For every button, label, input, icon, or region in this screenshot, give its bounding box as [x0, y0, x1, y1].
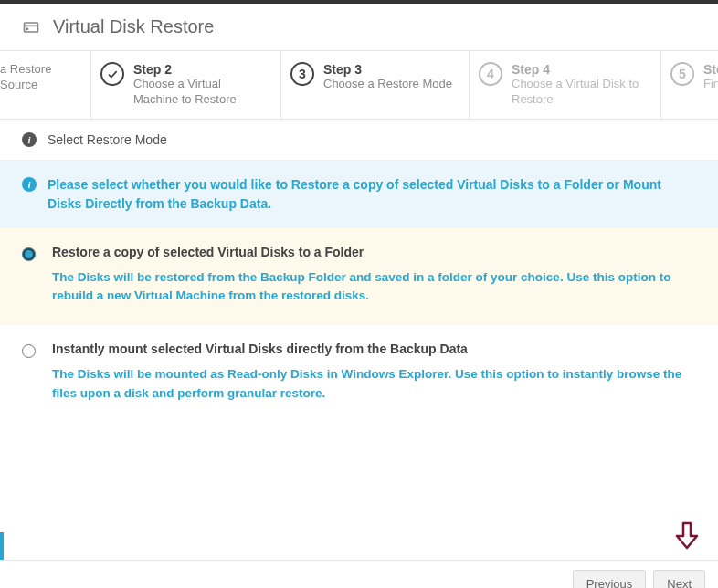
- arrow-down-icon: [674, 521, 700, 551]
- step-5-sub: Fini: [703, 77, 705, 92]
- info-notice: i Please select whether you would like t…: [0, 161, 718, 228]
- option-desc: The Disks will be mounted as Read-only D…: [52, 365, 696, 403]
- step-2[interactable]: Step 2 Choose a Virtual Machine to Resto…: [91, 51, 281, 119]
- section-header: i Select Restore Mode: [0, 120, 718, 161]
- wizard-footer: Previous Next: [0, 560, 718, 588]
- page-title: Virtual Disk Restore: [53, 16, 214, 37]
- disk-icon: [22, 18, 40, 37]
- option-title: Restore a copy of selected Virtual Disks…: [52, 245, 696, 259]
- page-header: Virtual Disk Restore: [0, 4, 718, 51]
- step-4-title: Step 4: [512, 62, 648, 77]
- step-5-number: 5: [670, 62, 694, 86]
- step-4-sub: Choose a Virtual Disk to Restore: [512, 77, 648, 108]
- option-mount-disks[interactable]: Instantly mount selected Virtual Disks d…: [0, 325, 718, 423]
- notice-text: Please select whether you would like to …: [48, 175, 696, 214]
- step-2-sub: Choose a Virtual Machine to Restore: [133, 77, 268, 108]
- info-icon: i: [22, 177, 37, 192]
- option-desc: The Disks will be restored from the Back…: [52, 268, 696, 306]
- svg-point-2: [26, 28, 27, 29]
- spacer: [0, 423, 718, 560]
- accent-bar: [0, 532, 4, 560]
- check-icon: [100, 62, 124, 86]
- option-title: Instantly mount selected Virtual Disks d…: [52, 341, 696, 356]
- option-mount-disks-radio[interactable]: [22, 344, 36, 358]
- option-restore-to-folder[interactable]: Restore a copy of selected Virtual Disks…: [0, 228, 718, 326]
- step-3-number: 3: [290, 62, 314, 86]
- step-3-title: Step 3: [323, 62, 452, 77]
- restore-mode-options: Restore a copy of selected Virtual Disks…: [0, 228, 718, 423]
- svg-rect-0: [25, 23, 38, 32]
- info-icon: i: [22, 132, 37, 147]
- wizard-steps: a Restore Source Step 2 Choose a Virtual…: [0, 51, 718, 120]
- step-3[interactable]: 3 Step 3 Choose a Restore Mode: [281, 51, 470, 119]
- previous-button[interactable]: Previous: [573, 570, 647, 588]
- step-1[interactable]: a Restore Source: [0, 51, 91, 119]
- step-4-number: 4: [479, 62, 502, 86]
- step-3-sub: Choose a Restore Mode: [323, 77, 452, 92]
- step-4[interactable]: 4 Step 4 Choose a Virtual Disk to Restor…: [470, 51, 661, 119]
- step-5[interactable]: 5 Ste Fini: [661, 51, 718, 119]
- section-heading: Select Restore Mode: [48, 132, 167, 147]
- step-1-sub: a Restore Source: [0, 62, 78, 93]
- step-2-title: Step 2: [133, 62, 268, 77]
- step-5-title: Ste: [703, 62, 705, 77]
- next-button[interactable]: Next: [653, 570, 705, 588]
- option-restore-to-folder-radio[interactable]: [22, 247, 36, 261]
